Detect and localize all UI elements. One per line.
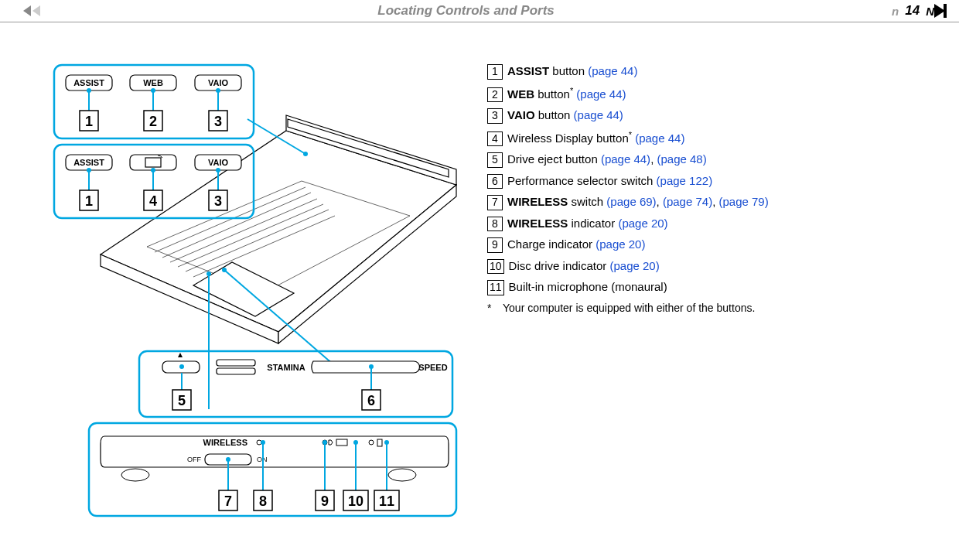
- legend-number-box: 8: [487, 217, 503, 232]
- legend-bold-label: WIRELESS: [507, 195, 568, 208]
- svg-text:10: 10: [348, 493, 363, 509]
- legend-item: 11Built-in microphone (monaural): [487, 280, 928, 295]
- svg-rect-43: [217, 360, 255, 366]
- legend-number-box: 9: [487, 237, 503, 253]
- legend-number-box: 10: [487, 259, 504, 275]
- legend-number-box: 3: [487, 108, 503, 124]
- svg-point-1: [303, 152, 308, 156]
- legend-text: button: [535, 108, 574, 121]
- page-link[interactable]: (page 20): [609, 259, 659, 272]
- svg-point-72: [323, 440, 327, 445]
- svg-text:9: 9: [321, 493, 329, 509]
- page-content: ASSIST WEB VAIO 1 2 3 ASSI: [0, 22, 959, 541]
- legend-list: 1ASSIST button (page 44)2WEB button* (pa…: [487, 64, 928, 295]
- legend-item: 1ASSIST button (page 44): [487, 64, 928, 80]
- legend-text: Disc drive indicator: [509, 259, 610, 272]
- assist-label: ASSIST: [73, 78, 104, 87]
- svg-point-3: [206, 271, 211, 276]
- legend-superscript: *: [629, 130, 632, 139]
- legend-item: 6Performance selector switch (page 122): [487, 174, 928, 190]
- legend-item: 3VAIO button (page 44): [487, 108, 928, 124]
- page-number: 14: [905, 3, 920, 19]
- svg-text:11: 11: [379, 493, 394, 509]
- legend-number-box: 6: [487, 174, 503, 190]
- svg-point-13: [151, 88, 155, 93]
- nav-prev-icon: [23, 5, 31, 16]
- page-link[interactable]: (page 44): [588, 64, 637, 77]
- legend-item: 7WIRELESS switch (page 69), (page 74), (…: [487, 195, 928, 210]
- svg-text:VAIO: VAIO: [208, 158, 229, 167]
- panel-top: ASSIST WEB VAIO 1 2 3: [66, 75, 241, 131]
- svg-text:3: 3: [214, 114, 222, 129]
- legend-text: indicator: [568, 217, 618, 230]
- svg-text:8: 8: [259, 493, 267, 509]
- page-link[interactable]: (page 122): [657, 174, 713, 187]
- svg-text:ON: ON: [257, 456, 268, 463]
- legend-item: 9Charge indicator (page 20): [487, 237, 928, 253]
- svg-point-15: [216, 88, 220, 93]
- legend-item: 4Wireless Display button* (page 44): [487, 130, 928, 147]
- svg-point-56: [121, 469, 149, 481]
- page-link[interactable]: (page 48): [657, 152, 706, 166]
- legend-text: button: [534, 87, 570, 101]
- legend-text: Built-in microphone (monaural): [509, 280, 667, 293]
- legend-item: 2WEB button* (page 44): [487, 86, 928, 103]
- page-link[interactable]: (page 44): [576, 87, 626, 101]
- legend-number-box: 7: [487, 195, 503, 210]
- svg-text:ASSIST: ASSIST: [73, 158, 104, 167]
- legend-item: 10Disc drive indicator (page 20): [487, 259, 928, 275]
- svg-text:WIRELESS: WIRELESS: [203, 438, 247, 447]
- svg-text:6: 6: [367, 393, 375, 408]
- legend-bold-label: VAIO: [507, 108, 535, 121]
- legend-number-box: 5: [487, 152, 503, 168]
- legend-bold-label: ASSIST: [507, 64, 549, 77]
- page-header: Locating Controls and Ports n 14 N: [0, 0, 959, 22]
- svg-text:1: 1: [85, 193, 93, 209]
- svg-point-74: [353, 440, 358, 445]
- legend-number-box: 1: [487, 64, 503, 80]
- page-link[interactable]: (page 74): [663, 195, 712, 208]
- legend-item: 8WIRELESS indicator (page 20): [487, 217, 928, 232]
- header-right: n 14 N: [892, 3, 947, 19]
- laptop-diagram: ASSIST WEB VAIO 1 2 3 ASSI: [46, 61, 464, 525]
- laptop-illustration: [101, 115, 456, 343]
- panel-front: WIRELESS OFF ON: [101, 436, 449, 510]
- nav-prev-group[interactable]: [23, 5, 40, 16]
- svg-point-68: [226, 457, 230, 462]
- svg-text:2: 2: [149, 114, 157, 129]
- page-link[interactable]: (page 20): [596, 237, 645, 251]
- nav-next-group[interactable]: N: [926, 4, 947, 18]
- legend-superscript: *: [570, 86, 573, 95]
- nav-prev-icon-2: [32, 5, 40, 16]
- page-link[interactable]: (page 69): [606, 195, 656, 208]
- svg-point-30: [87, 168, 91, 172]
- page-link[interactable]: (page 44): [635, 131, 684, 145]
- page-title: Locating Controls and Ports: [377, 3, 555, 19]
- footnote: *Your computer is equipped with either o…: [487, 302, 928, 314]
- legend-number-box: 2: [487, 87, 503, 103]
- legend-text: switch: [568, 195, 606, 208]
- svg-point-70: [261, 440, 265, 445]
- svg-point-32: [151, 168, 155, 172]
- page-link[interactable]: (page 20): [618, 217, 667, 230]
- svg-text:SPEED: SPEED: [418, 363, 447, 372]
- legend-text: Drive eject button: [507, 152, 601, 166]
- svg-point-76: [384, 440, 389, 445]
- web-label: WEB: [143, 78, 163, 87]
- legend-bold-label: WEB: [507, 87, 534, 101]
- page-link[interactable]: (page 44): [601, 152, 650, 166]
- legend-bold-label: WIRELESS: [507, 217, 568, 230]
- svg-text:OFF: OFF: [187, 456, 201, 463]
- svg-text:4: 4: [149, 193, 157, 209]
- svg-rect-44: [217, 368, 255, 374]
- nav-letter: n: [892, 5, 899, 18]
- svg-text:7: 7: [224, 493, 232, 509]
- legend-text: Charge indicator: [507, 237, 596, 251]
- svg-text:5: 5: [178, 393, 186, 408]
- panel-perf: STAMINA SPEED 5 6: [162, 353, 448, 410]
- svg-point-5: [222, 268, 227, 272]
- page-link[interactable]: (page 44): [574, 108, 623, 121]
- svg-text:3: 3: [214, 193, 222, 209]
- legend-number-box: 11: [487, 280, 504, 295]
- page-link[interactable]: (page 79): [718, 195, 768, 208]
